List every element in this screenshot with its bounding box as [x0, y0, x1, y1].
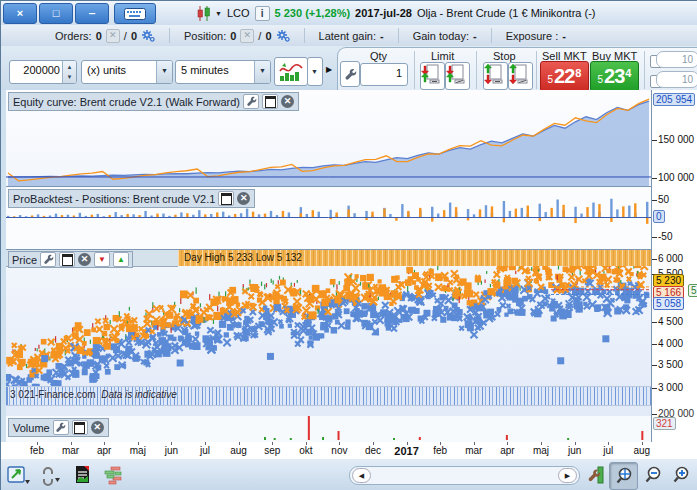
- spin-down-icon[interactable]: ▼: [67, 74, 73, 80]
- axis-settings-button[interactable]: [585, 463, 607, 487]
- equity-close-button[interactable]: ✕: [281, 95, 294, 108]
- time-axis[interactable]: febmaraprmajjunjulaugsepoktnovdec2017feb…: [1, 442, 697, 460]
- time-axis-label: okt: [289, 445, 323, 456]
- stop-order-alt-icon: [509, 63, 529, 85]
- close-position-icon[interactable]: ✕: [240, 29, 254, 43]
- zoom-in-button[interactable]: [667, 462, 694, 488]
- chart-type-icon: [279, 62, 303, 82]
- zoom-pan-icon: [614, 466, 634, 486]
- order-book-button[interactable]: [99, 463, 127, 487]
- orders-count-2: 0: [131, 30, 137, 42]
- wrench-icon: [344, 68, 357, 81]
- time-axis-label: jun: [558, 445, 592, 456]
- zoom-out-button[interactable]: [639, 462, 666, 488]
- time-axis-label: jun: [154, 445, 188, 456]
- volume-panel-header: Volume ✕: [8, 418, 109, 437]
- chart-type-dropdown-button[interactable]: ▼: [307, 57, 323, 86]
- stop-sell-button[interactable]: [483, 62, 508, 90]
- candlestick-icon: [197, 6, 210, 21]
- price-chart-canvas[interactable]: [6, 266, 651, 386]
- s-input[interactable]: 10: [656, 51, 697, 68]
- wrench-icon: [43, 254, 54, 265]
- positions-panel-title: ProBacktest - Positions: Brent crude V2.…: [13, 193, 215, 205]
- scroll-right-button[interactable]: ▶: [558, 468, 577, 483]
- qty-input[interactable]: 1: [360, 63, 408, 86]
- quantity-stepper[interactable]: 200000 ▲▼: [9, 60, 77, 84]
- time-axis-label: feb: [423, 445, 457, 456]
- symbol-label: LCO: [227, 7, 250, 19]
- price-settings-button[interactable]: [40, 252, 56, 267]
- drawing-tool-button[interactable]: [5, 463, 33, 487]
- bottom-toolbar: ◀ ▶: [1, 459, 697, 490]
- volume-settings-button[interactable]: [53, 420, 69, 435]
- quantity-value: 200000: [14, 64, 60, 76]
- volume-panel-title: Volume: [13, 422, 50, 434]
- time-axis-label: maj: [524, 445, 558, 456]
- l-input[interactable]: 10: [656, 71, 697, 88]
- price-panel-title: Price: [12, 254, 37, 266]
- magnet-mode-button[interactable]: [37, 463, 65, 487]
- units-value: (x) units: [87, 64, 126, 76]
- price-close-button[interactable]: ✕: [78, 253, 91, 266]
- cancel-orders-icon[interactable]: ✕: [106, 29, 120, 43]
- title-bar: × □ ‒ ▼ LCO i 5 230 (+1,28%) 2017-jul-28…: [1, 1, 697, 26]
- volume-close-button[interactable]: ✕: [91, 421, 104, 434]
- latent-gain-value: -: [380, 30, 384, 42]
- horizontal-scrollbar[interactable]: ◀ ▶: [349, 466, 580, 485]
- watermark: 3 021-Finance.com Data is indicative: [10, 389, 177, 400]
- price-detach-button[interactable]: [59, 252, 75, 267]
- chart-area: Equity curve: Brent crude V2.1 (Walk For…: [1, 90, 697, 443]
- close-window-button[interactable]: ×: [3, 3, 37, 24]
- zoom-out-icon: [643, 465, 663, 485]
- detach-window-icon: [74, 422, 85, 434]
- entry-price-tag: 5 058: [653, 297, 684, 310]
- equity-panel: Equity curve: Brent crude V2.1 (Walk For…: [6, 90, 651, 187]
- info-icon[interactable]: i: [255, 6, 270, 21]
- price-panel: Day High 5 233 Low 5 132 Price ✕ ▼ ▲ 3 0…: [6, 250, 651, 417]
- stop-buy-button[interactable]: [508, 62, 533, 90]
- maximize-window-button[interactable]: □: [39, 3, 73, 24]
- equity-panel-title: Equity curve: Brent crude V2.1 (Walk For…: [13, 96, 240, 108]
- limit-label: Limit: [431, 50, 454, 62]
- arrow-down-icon: ▼: [98, 255, 106, 264]
- equity-settings-button[interactable]: [243, 94, 259, 109]
- time-axis-label: feb: [20, 445, 54, 456]
- keyboard-button[interactable]: [114, 3, 156, 24]
- close-icon: ×: [17, 7, 23, 19]
- scroll-left-button[interactable]: ◀: [352, 468, 371, 483]
- positions-detach-button[interactable]: [218, 191, 234, 206]
- timeframe-dropdown[interactable]: 5 minutes ▼: [175, 60, 271, 84]
- positions-zero-tag: 0: [653, 210, 665, 223]
- minimize-window-button[interactable]: ‒: [75, 3, 109, 24]
- time-axis-label: mar: [54, 445, 88, 456]
- news-button[interactable]: [69, 463, 97, 487]
- status-bar: Orders: 0 ✕ / 0 Position: 0 ✕ / 0 Latent…: [1, 25, 697, 47]
- positions-close-button[interactable]: ✕: [237, 192, 250, 205]
- position-status: Position: 0 ✕ / 0: [170, 28, 305, 43]
- limit-buy-button[interactable]: [445, 62, 470, 90]
- small-price-tag: 5: [688, 284, 697, 297]
- stop-order-icon: [484, 63, 504, 85]
- price-axis-column[interactable]: 205 954 150 000 100 000 50 0 -50 6 000 5…: [651, 90, 697, 442]
- toolbar-expand-icon[interactable]: ▶: [326, 65, 332, 74]
- limit-sell-button[interactable]: [420, 62, 445, 90]
- trade-settings-button[interactable]: [340, 61, 360, 87]
- sell-market-button[interactable]: 5 22 8: [540, 61, 589, 92]
- sell-arrow-button[interactable]: ▼: [94, 252, 110, 267]
- last-price-and-change: 5 230 (+1,28%): [275, 7, 351, 19]
- wrench-icon: [55, 422, 66, 433]
- units-dropdown[interactable]: (x) units ▼: [81, 60, 173, 84]
- chart-type-button[interactable]: [274, 57, 308, 86]
- orders-gear-icon[interactable]: [141, 29, 155, 42]
- position-gear-icon[interactable]: [276, 29, 290, 42]
- buy-arrow-button[interactable]: ▲: [113, 252, 129, 267]
- buy-market-button[interactable]: 5 23 4: [590, 61, 639, 92]
- time-axis-label: 2017: [390, 445, 424, 457]
- volume-detach-button[interactable]: [72, 420, 88, 435]
- spin-up-icon[interactable]: ▲: [67, 64, 73, 70]
- exposure-value: -: [562, 30, 566, 42]
- equity-detach-button[interactable]: [262, 94, 278, 109]
- zoom-pan-button[interactable]: [609, 462, 638, 490]
- news-icon: [75, 465, 91, 485]
- symbol-caret-down-icon[interactable]: ▼: [215, 10, 222, 17]
